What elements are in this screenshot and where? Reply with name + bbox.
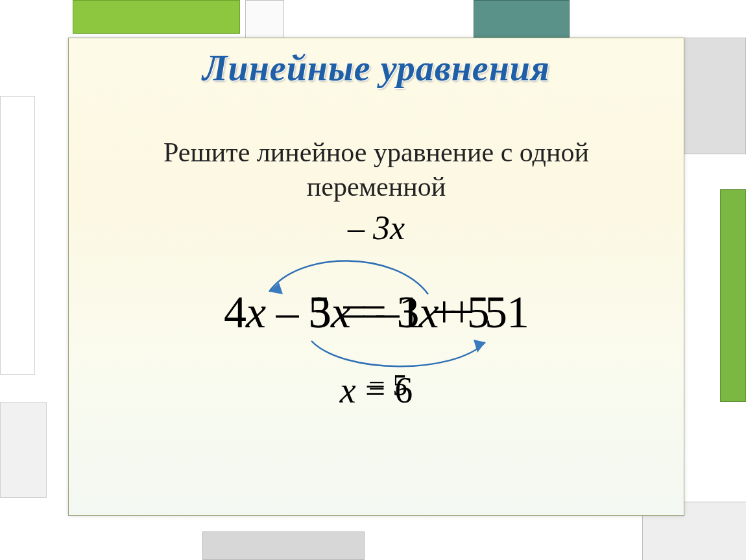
- expr-main-layer-b: 5 = –1 + 5: [308, 286, 489, 338]
- expr-bottom-layer-b: = 5: [368, 368, 407, 402]
- deco-block-green-right: [720, 189, 746, 402]
- deco-block-teal-top: [474, 0, 570, 39]
- slide-card: Линейные уравнения Решите линейное уравн…: [68, 38, 684, 516]
- deco-block-white-left: [0, 96, 35, 375]
- expr-bottom: x = 6 = 5: [340, 369, 413, 411]
- subtitle-line-2: переменной: [307, 172, 446, 202]
- arrowhead-lower: [474, 340, 485, 353]
- expr-top-text: – 3x: [348, 209, 405, 246]
- deco-block-gray-bottom: [202, 531, 365, 560]
- subtitle-line-1: Решите линейное уравнение с одной: [163, 137, 589, 167]
- slide-title: Линейные уравнения: [69, 38, 684, 89]
- math-area: – 3x 4x – 3x = 3x + 51 5 = –1 + 5 x = 6 …: [69, 209, 684, 481]
- deco-block-gray-right: [675, 38, 746, 154]
- deco-block-green-top: [73, 0, 240, 34]
- slide-subtitle: Решите линейное уравнение с одной переме…: [69, 135, 684, 204]
- deco-block-gray-left-bottom: [0, 402, 47, 498]
- arc-lower: [311, 341, 485, 366]
- expr-top: – 3x: [348, 209, 405, 247]
- expr-main: 4x – 3x = 3x + 51 5 = –1 + 5: [224, 286, 529, 338]
